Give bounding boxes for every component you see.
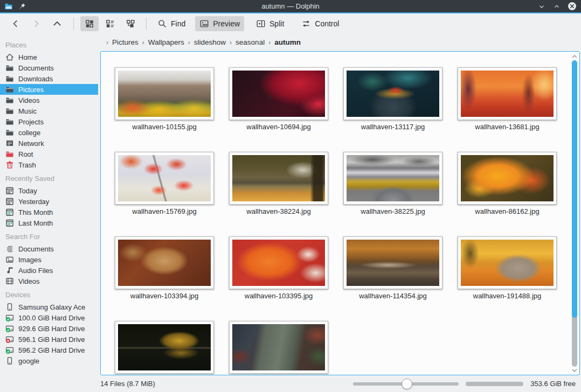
split-button[interactable]: Split [252,16,288,31]
sidebar-item-documents[interactable]: Documents [0,62,98,73]
sidebar-item-home[interactable]: Home [0,52,98,62]
maximize-button[interactable] [552,2,561,11]
file-name: wallhaven-13117.jpg [361,123,425,131]
file-thumbnail[interactable] [229,152,328,205]
thumbnail-image [232,155,325,201]
file-item[interactable]: wallhaven-191488.jpg [450,236,564,321]
calendar-dark-icon [5,186,14,195]
breadcrumb-item-pictures[interactable]: Pictures [112,38,139,46]
file-thumbnail[interactable] [458,67,557,120]
file-item[interactable]: wallhaven-38225.jpg [336,152,450,236]
preview-button[interactable]: Preview [195,16,244,31]
sidebar-item-images[interactable]: Images [0,254,98,265]
sidebar-item-929-6-gib-hard-drive[interactable]: 929.6 GiB Hard Drive [0,323,98,334]
sidebar-item-label: Music [18,107,37,115]
scroll-up-icon[interactable] [572,54,577,59]
file-thumbnail[interactable] [343,152,442,205]
sidebar-item-projects[interactable]: Projects [0,116,98,127]
file-item[interactable]: wallhaven-103395.jpg [222,236,336,321]
file-name: wallhaven-10155.jpg [132,123,196,131]
file-item[interactable]: wallhaven-114354.jpg [336,236,450,321]
file-item[interactable] [107,321,222,375]
find-button[interactable]: Find [153,16,190,31]
file-thumbnail[interactable] [229,321,328,374]
sidebar-item-596-2-gib-hard-drive[interactable]: 596.2 GiB Hard Drive [0,345,98,355]
file-item[interactable] [222,321,336,375]
scroll-down-icon[interactable] [572,368,577,373]
split-label: Split [269,19,284,28]
file-name: wallhaven-13681.jpg [475,123,539,131]
breadcrumb-item-seasonal[interactable]: seasonal [236,38,265,46]
sidebar-item-last-month[interactable]: Last Month [0,218,98,228]
file-name: wallhaven-38225.jpg [361,207,425,215]
scrollbar-thumb[interactable] [572,60,577,318]
folder-view[interactable]: wallhaven-10155.jpgwallhaven-10694.jpgwa… [100,51,580,375]
sidebar-item-downloads[interactable]: Downloads [0,73,98,84]
file-item[interactable]: wallhaven-15769.jpg [107,152,222,236]
file-item[interactable]: wallhaven-10155.jpg [107,67,222,152]
breadcrumb-item-slideshow[interactable]: slideshow [194,38,226,46]
pin-icon[interactable] [18,2,26,11]
sidebar-item-documents[interactable]: Documents [0,243,98,254]
toolbar: Find Preview Split Control [0,13,581,33]
minimize-button[interactable] [537,2,546,11]
sidebar-item-audio-files[interactable]: Audio Files [0,265,98,276]
file-item[interactable]: wallhaven-13117.jpg [336,67,450,152]
sidebar-item-root[interactable]: Root [0,149,98,159]
file-thumbnail[interactable] [115,67,214,120]
file-item[interactable]: wallhaven-103394.jpg [107,236,222,321]
close-button[interactable] [568,2,576,11]
file-thumbnail[interactable] [458,152,557,205]
file-thumbnail[interactable] [229,67,328,120]
sidebar-item-videos[interactable]: Videos [0,95,98,106]
breadcrumb-separator-icon: › [106,39,108,46]
sidebar-item-videos[interactable]: Videos [0,276,98,286]
file-thumbnail[interactable] [115,152,214,205]
sidebar-item-label: Images [18,256,42,264]
sidebar-item-label: college [18,129,40,137]
icons-view-button[interactable] [80,16,99,31]
file-thumbnail[interactable] [229,236,328,289]
vertical-scrollbar[interactable] [570,52,579,374]
file-thumbnail[interactable] [343,67,442,120]
sidebar-item-yesterday[interactable]: Yesterday [0,196,98,207]
file-thumbnail[interactable] [115,236,214,289]
breadcrumb-item-autumn[interactable]: autumn [274,38,301,46]
zoom-slider[interactable] [353,379,459,389]
breadcrumb-item-wallpapers[interactable]: Wallpapers [148,38,184,46]
file-item[interactable]: wallhaven-10694.jpg [222,67,336,152]
back-button[interactable] [6,16,25,31]
window-title: autumn — Dolphin [0,2,581,10]
sidebar-item-100-0-gib-hard-drive[interactable]: 100.0 GiB Hard Drive [0,312,98,323]
sidebar-item-music[interactable]: Music [0,106,98,116]
sidebar-item-label: 596.2 GiB Hard Drive [18,346,85,354]
sidebar-item-596-1-gib-hard-drive[interactable]: 596.1 GiB Hard Drive [0,334,98,345]
file-thumbnail[interactable] [458,236,557,289]
sidebar-item-samsung-galaxy-ace[interactable]: Samsung Galaxy Ace [0,302,98,312]
sidebar-item-google[interactable]: google [0,355,98,366]
sidebar-item-pictures[interactable]: Pictures [0,84,98,95]
folder-icon [5,107,14,115]
zoom-slider-handle[interactable] [402,379,412,389]
sidebar-item-trash[interactable]: Trash [0,159,98,170]
sidebar-item-this-month[interactable]: This Month [0,207,98,218]
file-item[interactable]: wallhaven-13681.jpg [450,67,564,152]
phone-icon [5,356,14,365]
file-thumbnail[interactable] [343,236,442,289]
sidebar-item-network[interactable]: Network [0,138,98,149]
free-space-label: 353.6 GiB free [530,380,576,388]
control-button[interactable]: Control [297,16,343,31]
file-thumbnail[interactable] [115,321,214,374]
thumbnail-image [461,71,554,117]
sidebar-item-college[interactable]: college [0,127,98,138]
sidebar-item-today[interactable]: Today [0,185,98,196]
up-button[interactable] [47,16,67,31]
scrollbar-track[interactable] [572,60,577,367]
tree-view-button[interactable] [121,16,140,31]
preview-label: Preview [213,19,240,28]
details-view-button[interactable] [101,16,119,31]
file-item[interactable]: wallhaven-86162.jpg [450,152,564,236]
statusbar: 14 Files (8.7 MiB) 353.6 GiB free [0,375,581,392]
forward-button[interactable] [27,16,45,31]
file-item[interactable]: wallhaven-38224.jpg [222,152,336,236]
